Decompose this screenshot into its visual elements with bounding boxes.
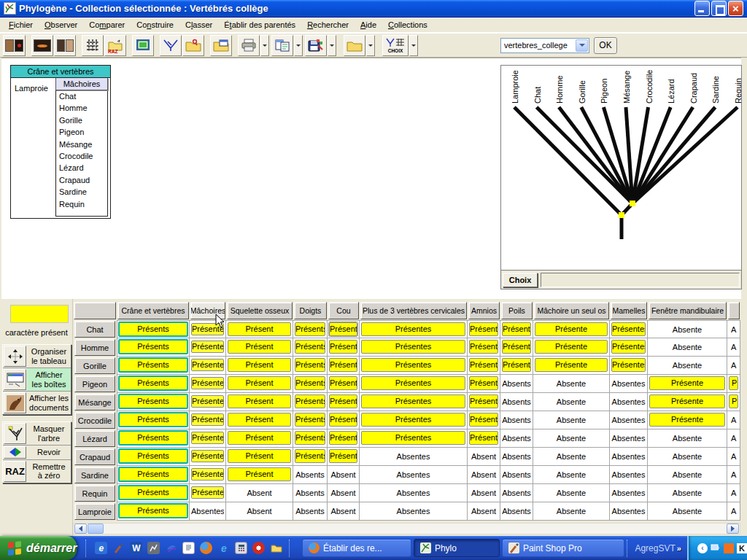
afficher-boites-button[interactable]: Afficher les boîtes: [3, 368, 71, 392]
folder-dropdown[interactable]: [366, 35, 375, 56]
table-cell[interactable]: Absente: [533, 466, 610, 484]
minimize-button[interactable]: [694, 1, 710, 16]
scroll-right-button[interactable]: [727, 524, 739, 534]
column-header-button-cou[interactable]: Cou: [328, 302, 359, 319]
table-cell[interactable]: Absent: [328, 502, 360, 521]
kaspersky-icon[interactable]: K: [737, 543, 747, 553]
table-cell[interactable]: Présents: [117, 375, 190, 393]
scroll-left-button[interactable]: [74, 524, 87, 534]
table-cell[interactable]: Présente: [648, 393, 727, 411]
table-cell[interactable]: Présentes: [360, 338, 468, 357]
toolbar-grip[interactable]: [85, 540, 88, 557]
toolbar-grip[interactable]: [289, 540, 292, 557]
horizontal-scrollbar[interactable]: [73, 523, 740, 534]
copy-dropdown[interactable]: [294, 35, 303, 56]
word-icon[interactable]: W: [130, 542, 142, 554]
table-cell[interactable]: Présentes: [610, 320, 648, 338]
table-cell[interactable]: Absent: [226, 484, 293, 502]
table-cell[interactable]: Présent: [328, 393, 360, 411]
table-cell[interactable]: Absentes: [610, 448, 648, 466]
table-cell-clipped[interactable]: P: [727, 393, 740, 411]
table-cell[interactable]: Présente: [533, 357, 610, 375]
collection-combobox[interactable]: vertebres_college: [500, 38, 589, 53]
task-button-tablir-des-re[interactable]: Établir des re...: [302, 539, 411, 557]
table-cell[interactable]: Présent: [226, 357, 293, 375]
network-monitor-icon[interactable]: [711, 543, 721, 553]
row-header-button-crapaud[interactable]: Crapaud: [74, 448, 115, 465]
table-cell[interactable]: Absents: [293, 502, 328, 521]
species-item-crocodile[interactable]: Crocodile: [56, 150, 107, 162]
species-item-homme[interactable]: Homme: [56, 102, 107, 114]
start-button[interactable]: démarrer: [0, 536, 77, 560]
table-cell[interactable]: Présent: [328, 357, 360, 375]
table-cell[interactable]: Présentes: [190, 338, 226, 357]
table-cell[interactable]: Absentes: [610, 484, 648, 502]
export-dropdown[interactable]: [328, 35, 336, 56]
table-cell[interactable]: Présents: [117, 338, 190, 357]
table-cell[interactable]: Présent: [226, 320, 293, 338]
table-cell[interactable]: Présent: [328, 448, 360, 466]
row-header-button-homme[interactable]: Homme: [74, 339, 115, 356]
close-button[interactable]: [728, 1, 743, 16]
table-cell[interactable]: Absents: [500, 484, 533, 502]
choix-dropdown[interactable]: [409, 35, 418, 56]
table-cell[interactable]: Absents: [500, 393, 533, 411]
table-cell-clipped[interactable]: A: [727, 357, 740, 375]
table-cell[interactable]: Absente: [533, 411, 610, 429]
choix-button[interactable]: CHOIX: [382, 35, 409, 56]
table-cell[interactable]: Présent: [226, 448, 293, 466]
table-cell[interactable]: Présentes: [190, 357, 226, 375]
table-cell[interactable]: Absents: [293, 484, 328, 502]
task-button-paint-shop-pro[interactable]: Paint Shop Pro: [502, 539, 624, 557]
table-cell[interactable]: Absentes: [610, 466, 648, 484]
table-cell[interactable]: Présents: [293, 393, 328, 411]
table-cell[interactable]: Présent: [328, 429, 360, 448]
internet-explorer-icon[interactable]: e: [217, 542, 230, 554]
scrollbar-thumb[interactable]: [88, 524, 104, 534]
phylogenetic-tree[interactable]: LamproieChatHommeGorillePigeonMésangeCro…: [501, 66, 741, 270]
table-cell-clipped[interactable]: A: [727, 502, 740, 521]
table-cell[interactable]: Présent: [226, 393, 293, 411]
row-header-button-pigeon[interactable]: Pigeon: [74, 376, 115, 392]
afficher-documents-button[interactable]: Afficher les documents: [3, 392, 71, 414]
table-cell[interactable]: Présent: [468, 357, 500, 375]
table-cell[interactable]: Absent: [468, 466, 500, 484]
table-cell[interactable]: Présentes: [190, 466, 226, 484]
image-editor-icon[interactable]: [147, 542, 160, 554]
ie-document-icon[interactable]: e: [95, 542, 107, 554]
table-cell[interactable]: Présentes: [190, 429, 226, 448]
masquer-arbre-button[interactable]: Masquer l'arbre: [3, 422, 71, 446]
table-cell[interactable]: Présente: [648, 375, 727, 393]
build-tree-button[interactable]: [160, 35, 182, 56]
table-cell[interactable]: Absente: [533, 484, 610, 502]
table-cell[interactable]: Présentes: [190, 393, 226, 411]
table-cell[interactable]: Absents: [500, 502, 533, 521]
table-cell[interactable]: Absentes: [610, 393, 648, 411]
species-item-chat[interactable]: Chat: [56, 90, 107, 102]
table-cell[interactable]: Présentes: [360, 357, 468, 375]
row-header-button-crocodile[interactable]: Crocodile: [74, 412, 115, 429]
table-grid-button[interactable]: [82, 35, 104, 56]
table-cell[interactable]: Présents: [117, 411, 190, 429]
table-cell[interactable]: Présents: [500, 320, 533, 338]
table-cell[interactable]: Absente: [533, 393, 610, 411]
organiser-tableau-button[interactable]: Organiser le tableau: [3, 345, 71, 368]
table-cell[interactable]: Présente: [648, 411, 727, 429]
menu-item-tablir-des-parent-s[interactable]: Établir des parentés: [218, 19, 301, 31]
column-header-button-fen-tre-mandibulaire[interactable]: Fenêtre mandibulaire: [649, 302, 727, 319]
remettre-a-zero-button[interactable]: RAZ Remettre à zéro: [3, 460, 71, 483]
paintbrush-icon[interactable]: [112, 542, 125, 554]
table-cell[interactable]: Absente: [648, 484, 727, 502]
table-cell[interactable]: Présent: [468, 393, 500, 411]
table-cell[interactable]: Présentes: [360, 320, 468, 338]
table-cell[interactable]: Présentes: [190, 484, 226, 502]
tree-branch[interactable]: [514, 107, 622, 215]
tree-node-marker[interactable]: [619, 212, 624, 218]
column-header-button-squelette-osseux[interactable]: Squelette osseux: [227, 302, 293, 319]
table-cell[interactable]: Présent: [468, 411, 500, 429]
table-cell[interactable]: Présents: [293, 429, 328, 448]
table-cell[interactable]: Présentes: [610, 357, 648, 375]
column-header-button-m-choire-un-seul-os[interactable]: Mâchoire un seul os: [534, 302, 609, 319]
print-dropdown[interactable]: [260, 35, 269, 56]
menu-item-rechercher[interactable]: Rechercher: [301, 19, 355, 31]
